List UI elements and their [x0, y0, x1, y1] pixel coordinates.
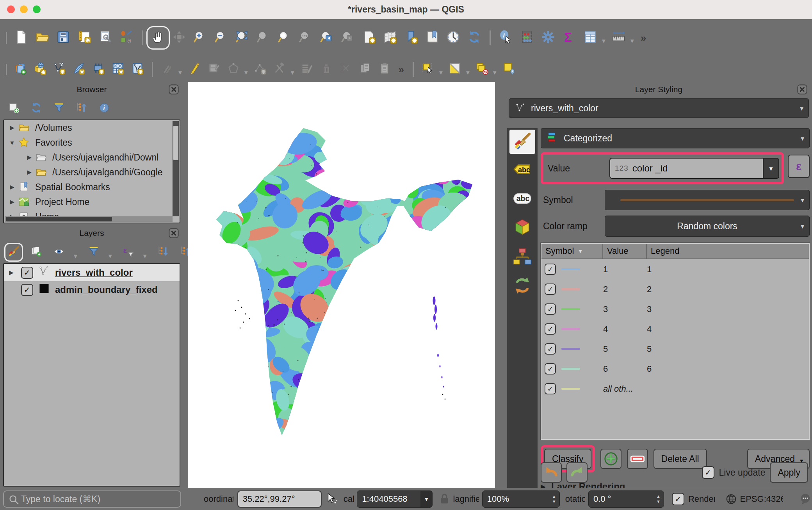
styling-close-icon[interactable] [796, 84, 808, 95]
expander-icon[interactable]: ▶ [23, 169, 35, 176]
processing-toolbox-button[interactable] [539, 29, 557, 47]
category-line-swatch[interactable] [561, 328, 580, 330]
spinner-arrows-icon[interactable]: ▲▼ [653, 494, 664, 504]
layer-item-admin_boundary_fixed[interactable]: ✓ admin_boundary_fixed [4, 281, 180, 298]
column-header-legend[interactable]: Legend [647, 244, 809, 259]
labels-tab[interactable]: abc [509, 159, 535, 183]
locator-search-input[interactable]: Type to locate (⌘K) [3, 490, 181, 508]
toolbar-handle[interactable] [6, 32, 7, 44]
style-manager-button[interactable]: a [118, 29, 135, 47]
category-checkbox[interactable]: ✓ [545, 284, 556, 295]
column-header-symbol[interactable]: Symbol▼ [541, 244, 603, 259]
new-project-button[interactable] [12, 29, 30, 47]
expander-icon[interactable]: ▶ [6, 124, 18, 131]
refresh-browser-button[interactable] [29, 101, 44, 116]
pan-map-button[interactable] [149, 29, 167, 47]
dropdown-arrow-icon[interactable]: ▼ [601, 37, 607, 44]
browser-item--users-ujavalgandhi-google[interactable]: ▶ /Users/ujavalgandhi/Google [4, 165, 180, 180]
category-line-swatch[interactable] [561, 388, 580, 390]
measure-line-button[interactable] [610, 29, 628, 47]
dropdown-arrow-icon[interactable]: ▼ [177, 69, 183, 76]
crs-globe-icon[interactable] [725, 492, 738, 506]
new-vector-layer-button[interactable] [51, 61, 68, 78]
category-line-swatch[interactable] [561, 308, 580, 310]
category-checkbox[interactable]: ✓ [545, 303, 556, 315]
magnifier-spinbox[interactable]: 100% ▲▼ [482, 490, 560, 508]
category-line-swatch[interactable] [561, 368, 580, 370]
new-3d-map-view-button[interactable] [381, 29, 399, 47]
layer-visibility-checkbox[interactable]: ✓ [21, 284, 33, 296]
browser-item--users-ujavalgandhi-downl[interactable]: ▶ /Users/ujavalgandhi/Downl [4, 150, 180, 165]
open-attribute-table-button[interactable] [581, 29, 599, 47]
layer-visibility-checkbox[interactable]: ✓ [21, 267, 33, 279]
undo-style-button[interactable] [541, 462, 562, 483]
statistical-summary-button[interactable] [518, 29, 536, 47]
spinner-arrows-icon[interactable]: ▲▼ [549, 494, 559, 504]
category-row[interactable]: ✓ all oth... [541, 379, 809, 399]
add-ogc-layer-button[interactable] [32, 61, 48, 78]
symbology-tab[interactable] [509, 130, 535, 154]
browser-item--volumes[interactable]: ▶ /Volumes [4, 120, 180, 135]
column-header-value[interactable]: Value [603, 244, 647, 259]
toggle-editing-button[interactable] [186, 61, 203, 78]
new-map-view-button[interactable] [360, 29, 378, 47]
dropdown-arrow-icon[interactable]: ▼ [290, 69, 296, 76]
collapse-all-browser-button[interactable] [74, 101, 89, 116]
dropdown-arrow-icon[interactable]: ▼ [492, 69, 498, 76]
browser-horizontal-scrollbar[interactable] [5, 216, 173, 222]
refresh-map-button[interactable] [465, 29, 483, 47]
category-checkbox[interactable]: ✓ [545, 323, 556, 335]
category-line-swatch[interactable] [561, 268, 580, 270]
toolbar-handle[interactable] [6, 64, 7, 75]
category-row[interactable]: ✓ 5 5 [541, 339, 809, 359]
styling-layer-selector[interactable]: rivers_with_color ▼ [509, 98, 809, 118]
expander-icon[interactable]: ▶ [23, 154, 35, 161]
scale-combobox[interactable]: 1:40405568 ▼ [357, 490, 433, 508]
symbol-dropdown[interactable]: ▼ [605, 190, 810, 210]
zoom-last-button[interactable] [318, 29, 336, 47]
zoom-out-button[interactable] [212, 29, 230, 47]
select-by-location-button[interactable] [501, 61, 517, 78]
category-row[interactable]: ✓ 3 3 [541, 299, 809, 319]
render-checkbox[interactable]: ✓ [672, 493, 684, 505]
dropdown-arrow-icon[interactable]: ▼ [107, 253, 113, 259]
toolbar-overflow[interactable]: » [641, 32, 646, 44]
temporal-controller-button[interactable] [444, 29, 462, 47]
messages-icon[interactable] [799, 492, 812, 506]
browser-item-spatial-bookmarks[interactable]: ▶ Spatial Bookmarks [4, 180, 180, 194]
browser-vertical-scrollbar[interactable] [173, 121, 179, 216]
map-canvas[interactable] [188, 82, 495, 488]
browser-item-project-home[interactable]: ▶ Project Home [4, 194, 180, 209]
minimize-window-button[interactable] [20, 5, 28, 13]
filter-legend-button[interactable] [86, 245, 101, 260]
dropdown-arrow-icon[interactable]: ▼ [438, 69, 444, 76]
save-project-button[interactable] [54, 29, 72, 47]
lock-scale-icon[interactable] [438, 492, 449, 506]
expander-icon[interactable]: ▶ [6, 198, 18, 205]
select-by-value-button[interactable] [447, 61, 463, 78]
history-tab[interactable] [509, 274, 535, 298]
show-statistics-button[interactable]: Σ [560, 29, 578, 47]
new-geopackage-layer-button[interactable] [71, 61, 87, 78]
expander-icon[interactable]: ▼ [6, 139, 18, 146]
coordinate-input[interactable]: 35.22°,99.27° [237, 490, 322, 508]
color-ramp-dropdown[interactable]: Random colors ▼ [605, 216, 810, 237]
identify-features-button[interactable]: i [497, 29, 515, 47]
new-spatial-bookmark-button[interactable] [402, 29, 420, 47]
browser-item-favorites[interactable]: ▼ Favorites [4, 135, 180, 150]
open-project-button[interactable] [33, 29, 51, 47]
category-row[interactable]: ✓ 4 4 [541, 319, 809, 339]
apply-button[interactable]: Apply [770, 462, 808, 483]
category-row[interactable]: ✓ 1 1 [541, 259, 809, 279]
expander-icon[interactable]: ▶ [6, 184, 18, 191]
new-memory-layer-button[interactable] [90, 61, 107, 78]
new-virtual-layer-button[interactable] [110, 61, 126, 78]
expand-all-layers-button[interactable] [156, 245, 171, 260]
category-row[interactable]: ✓ 2 2 [541, 279, 809, 299]
show-layout-manager-button[interactable] [96, 29, 114, 47]
browser-close-icon[interactable] [168, 84, 180, 95]
category-line-swatch[interactable] [561, 348, 580, 350]
category-line-swatch[interactable] [561, 288, 580, 290]
filter-by-expression-button[interactable]: ε [121, 245, 136, 260]
new-print-layout-button[interactable] [75, 29, 93, 47]
